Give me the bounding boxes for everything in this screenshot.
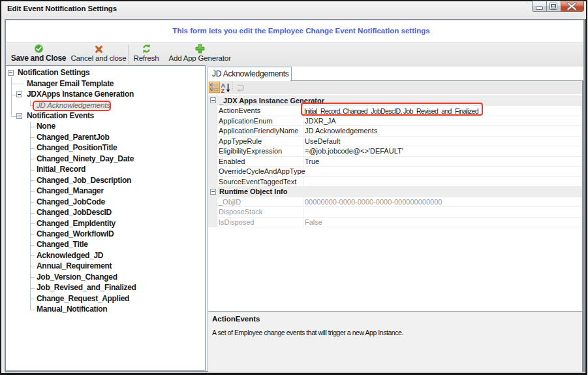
svg-text:Z: Z [221, 88, 225, 93]
